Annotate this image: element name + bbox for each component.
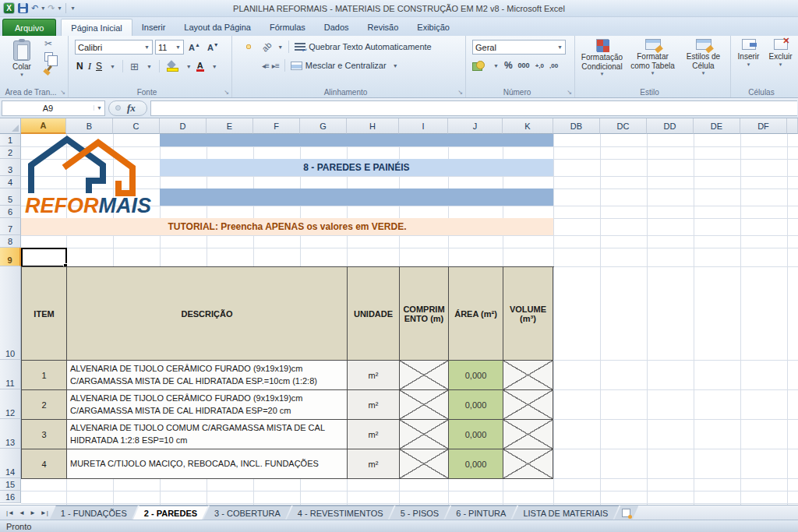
align-right-icon[interactable] (254, 63, 259, 68)
borders-caret-icon[interactable]: ▼ (147, 64, 152, 69)
header-unidade[interactable]: UNIDADE (348, 267, 400, 361)
prev-sheet-icon[interactable]: ◄ (19, 509, 25, 516)
borders-icon[interactable]: ⊞ (130, 62, 139, 72)
orientation-caret-icon[interactable]: ▼ (277, 44, 283, 50)
align-middle-icon[interactable] (246, 44, 251, 49)
comprimento-cell-blocked[interactable] (400, 390, 449, 420)
orientation-icon[interactable]: ab (260, 40, 274, 53)
next-sheet-icon[interactable]: ► (30, 509, 36, 516)
item-cell[interactable]: 4 (22, 449, 67, 479)
selected-cell-a9[interactable] (21, 248, 67, 267)
font-size-select[interactable]: 11 ▼ (155, 40, 184, 55)
header-area[interactable]: ÁREA (m²) (449, 267, 503, 361)
sheet-tab-pintura[interactable]: 6 - PINTURA (445, 506, 517, 520)
column-header-i[interactable]: I (399, 118, 448, 134)
underline-caret-icon[interactable]: ▼ (110, 64, 115, 69)
row-header-16[interactable]: 16 (0, 491, 21, 503)
tab-inserir[interactable]: Inserir (132, 19, 175, 36)
descricao-cell[interactable]: ALVENARIA DE TIJOLO CERÂMICO FURADO (9x1… (67, 390, 348, 420)
unidade-cell[interactable]: m² (348, 420, 400, 449)
sheet-tab-fundacoes[interactable]: 1 - FUNDAÇÕES (50, 506, 138, 520)
undo-icon[interactable]: ↶ (31, 3, 38, 13)
excel-app-icon[interactable]: X (3, 2, 15, 14)
align-left-icon[interactable] (238, 63, 243, 68)
unidade-cell[interactable]: m² (348, 390, 400, 420)
bold-button[interactable]: N (76, 61, 83, 72)
descricao-cell[interactable]: MURETA C/TIJOLO MACIÇO, REBOCADA, INCL. … (67, 449, 348, 479)
column-header-d[interactable]: D (160, 118, 207, 134)
tab-exibicao[interactable]: Exibição (408, 19, 459, 36)
tab-revisao[interactable]: Revisão (358, 19, 408, 36)
column-header-c[interactable]: C (113, 118, 160, 134)
sheet-tab-lista-de-materiais[interactable]: LISTA DE MATERIAIS (512, 506, 619, 520)
descricao-cell[interactable]: ALVENARIA DE TIJOLO COMUM C/ARGAMASSA MI… (67, 420, 348, 449)
column-header-k[interactable]: K (503, 118, 553, 134)
merge-center-button[interactable]: Mesclar e Centralizar ▼ (291, 61, 398, 70)
tab-layout-da-pagina[interactable]: Layout da Página (175, 19, 260, 36)
row-header-12[interactable]: 12 (0, 389, 21, 419)
number-dialog-launcher-icon[interactable]: ↘ (567, 90, 572, 96)
column-header-h[interactable]: H (347, 118, 399, 134)
column-header-b[interactable]: B (66, 118, 113, 134)
column-header-db[interactable]: DB (553, 118, 600, 134)
last-sheet-icon[interactable]: ►| (41, 509, 48, 516)
tab-dados[interactable]: Dados (315, 19, 358, 36)
row-header-14[interactable]: 14 (0, 449, 21, 478)
tutorial-banner[interactable]: TUTORIAL: Preencha APENAS os valores em … (21, 218, 553, 235)
customize-qat-icon[interactable]: ▾ (71, 5, 74, 12)
cut-icon[interactable]: ✂ (44, 39, 52, 48)
accounting-caret-icon[interactable]: ▼ (493, 63, 499, 69)
format-painter-icon[interactable] (44, 65, 53, 75)
header-descricao[interactable]: DESCRIÇÃO (67, 267, 348, 361)
tab-formulas[interactable]: Fórmulas (260, 19, 315, 36)
header-band-top[interactable] (160, 134, 553, 146)
row-header-3[interactable]: 3 (0, 159, 21, 176)
header-comprimento[interactable]: COMPRIMENTO (m) (400, 267, 449, 361)
row-header-6[interactable]: 6 (0, 206, 21, 218)
header-band-bottom[interactable] (160, 188, 553, 206)
tab-pagina-inicial[interactable]: Página Inicial (61, 19, 132, 36)
decrease-decimal-icon[interactable]: ,00 (549, 62, 558, 69)
underline-button[interactable]: S (96, 61, 102, 72)
row-header-7[interactable]: 7 (0, 218, 21, 235)
area-input-cell[interactable]: 0,000 (449, 420, 503, 449)
descricao-cell[interactable]: ALVENARIA DE TIJOLO CERÂMICO FURADO (9x1… (67, 361, 348, 390)
volume-cell-blocked[interactable] (503, 390, 553, 420)
column-header-partial[interactable] (787, 118, 798, 134)
formula-input[interactable] (150, 100, 797, 116)
increase-indent-icon[interactable]: ▸≡ (272, 62, 279, 70)
redo-icon[interactable]: ↷ (48, 3, 55, 13)
clipboard-dialog-launcher-icon[interactable]: ↘ (60, 90, 65, 96)
percent-style-icon[interactable]: % (504, 60, 513, 71)
column-header-dc[interactable]: DC (600, 118, 647, 134)
unidade-cell[interactable]: m² (348, 449, 400, 479)
item-cell[interactable]: 2 (22, 390, 67, 420)
sheet-tab-paredes[interactable]: 2 - PAREDES (133, 506, 208, 520)
area-input-cell[interactable]: 0,000 (449, 449, 503, 479)
sheet-tab-pisos[interactable]: 5 - PISOS (390, 506, 450, 520)
sheet-tab-revestimentos[interactable]: 4 - REVESTIMENTOS (287, 506, 394, 520)
fill-color-caret-icon[interactable]: ▼ (186, 64, 192, 69)
unidade-cell[interactable]: m² (348, 361, 400, 390)
save-icon[interactable] (18, 3, 28, 13)
comprimento-cell-blocked[interactable] (400, 420, 449, 449)
column-header-e[interactable]: E (207, 118, 253, 134)
name-box-caret-icon[interactable]: ▼ (94, 105, 104, 111)
accounting-format-icon[interactable] (472, 61, 485, 70)
format-as-table-button[interactable]: Formatar como Tabela ▾ (628, 36, 678, 84)
paste-button[interactable]: Colar ▾ (5, 37, 39, 86)
align-top-icon[interactable] (238, 44, 243, 49)
column-header-j[interactable]: J (448, 118, 503, 134)
comprimento-cell-blocked[interactable] (400, 361, 449, 390)
first-sheet-icon[interactable]: |◄ (6, 509, 14, 516)
column-header-de[interactable]: DE (694, 118, 740, 134)
header-volume[interactable]: VOLUME (m³) (503, 267, 553, 361)
align-center-icon[interactable] (246, 63, 251, 68)
name-box[interactable]: A9 ▼ (2, 100, 105, 116)
row-header-15[interactable]: 15 (0, 478, 21, 491)
select-all-corner[interactable] (0, 118, 21, 134)
wrap-text-button[interactable]: Quebrar Texto Automaticamente (295, 42, 432, 51)
alignment-dialog-launcher-icon[interactable]: ↘ (457, 90, 463, 96)
undo-caret-icon[interactable]: ▾ (41, 5, 44, 12)
tab-arquivo[interactable]: Arquivo (2, 19, 56, 36)
